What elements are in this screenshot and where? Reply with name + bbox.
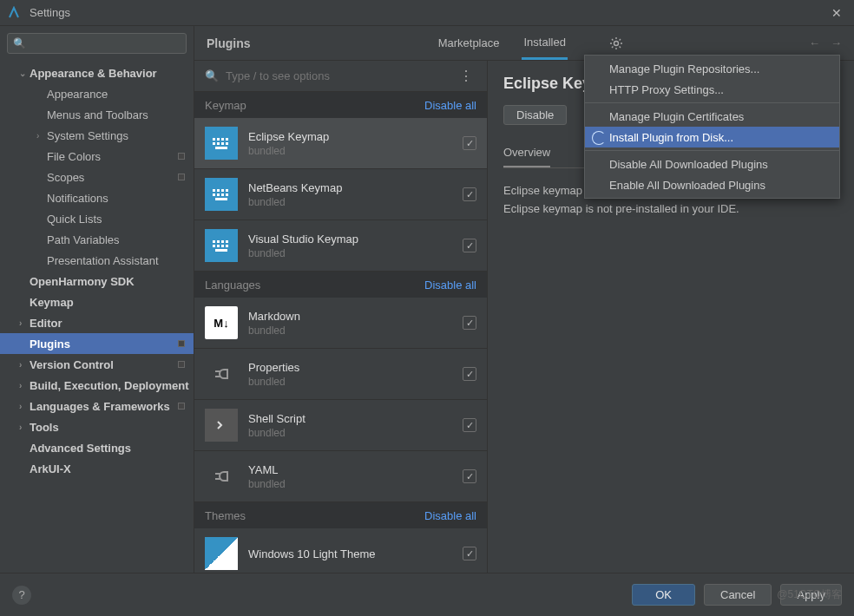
svg-rect-16 bbox=[213, 193, 215, 196]
svg-rect-2 bbox=[213, 138, 215, 141]
plugin-item[interactable]: NetBeans Keymapbundled✓ bbox=[194, 169, 487, 220]
svg-rect-9 bbox=[226, 142, 228, 145]
tab-marketplace[interactable]: Marketplace bbox=[437, 28, 502, 58]
sidebar-search[interactable]: 🔍 bbox=[7, 33, 187, 54]
ok-button[interactable]: OK bbox=[632, 584, 695, 606]
plugin-enable-checkbox[interactable]: ✓ bbox=[463, 187, 476, 201]
sidebar-item[interactable]: File Colors bbox=[0, 146, 194, 167]
plugin-search-more-icon[interactable]: ⋮ bbox=[456, 68, 476, 84]
plugin-item[interactable]: Eclipse Keymapbundled✓ bbox=[194, 118, 487, 169]
plugin-enable-checkbox[interactable]: ✓ bbox=[463, 316, 476, 330]
title-bar: Settings ✕ bbox=[0, 0, 854, 26]
svg-rect-20 bbox=[215, 198, 227, 200]
plugin-subtitle: bundled bbox=[248, 247, 452, 259]
plugin-subtitle: bundled bbox=[248, 478, 452, 490]
sidebar-item-label: File Colors bbox=[47, 150, 101, 163]
sidebar-item[interactable]: ⌄Appearance & Behavior bbox=[0, 62, 194, 83]
plugin-enable-checkbox[interactable]: ✓ bbox=[463, 418, 476, 432]
gear-icon[interactable] bbox=[609, 36, 623, 50]
sidebar-item[interactable]: Path Variables bbox=[0, 229, 194, 250]
sidebar-item-label: Presentation Assistant bbox=[47, 254, 159, 267]
menu-separator bbox=[585, 150, 839, 151]
disable-all-link[interactable]: Disable all bbox=[424, 279, 476, 292]
close-icon[interactable]: ✕ bbox=[826, 4, 847, 22]
sidebar-item-label: ArkUI-X bbox=[30, 462, 71, 475]
plugin-search-input[interactable] bbox=[226, 69, 456, 82]
nav-forward-icon[interactable]: → bbox=[831, 36, 842, 49]
menu-item[interactable]: Disable All Downloaded Plugins bbox=[585, 154, 839, 174]
menu-item[interactable]: Manage Plugin Repositories... bbox=[585, 58, 839, 79]
disable-all-link[interactable]: Disable all bbox=[424, 509, 476, 522]
sidebar-item[interactable]: Plugins bbox=[0, 333, 194, 354]
sidebar-item[interactable]: Advanced Settings bbox=[0, 437, 194, 458]
tab-overview[interactable]: Overview bbox=[503, 141, 550, 167]
plugin-enable-checkbox[interactable]: ✓ bbox=[463, 469, 476, 483]
plugin-subtitle: bundled bbox=[248, 324, 452, 337]
plugin-item[interactable]: Windows 10 Light Theme✓ bbox=[194, 528, 487, 573]
sidebar-item[interactable]: Keymap bbox=[0, 292, 194, 312]
sidebar-item[interactable]: Notifications bbox=[0, 187, 194, 208]
project-badge-icon bbox=[178, 403, 185, 410]
plugin-icon bbox=[205, 537, 238, 570]
svg-rect-29 bbox=[226, 245, 228, 247]
plugin-enable-checkbox[interactable]: ✓ bbox=[463, 239, 476, 252]
sidebar-item-label: OpenHarmony SDK bbox=[30, 275, 135, 288]
menu-item[interactable]: Manage Plugin Certificates bbox=[585, 106, 839, 127]
disable-button[interactable]: Disable bbox=[503, 105, 567, 125]
settings-tree: ⌄Appearance & BehaviorAppearanceMenus an… bbox=[0, 61, 194, 573]
plugin-item[interactable]: Visual Studio Keymapbundled✓ bbox=[194, 220, 487, 272]
disable-all-link[interactable]: Disable all bbox=[424, 99, 476, 112]
svg-rect-23 bbox=[217, 240, 220, 243]
svg-rect-4 bbox=[221, 138, 224, 141]
plugin-enable-checkbox[interactable]: ✓ bbox=[463, 547, 476, 560]
plugin-name: YAML bbox=[248, 463, 452, 476]
help-button[interactable]: ? bbox=[12, 586, 31, 605]
plugin-icon bbox=[205, 409, 238, 442]
sidebar-item[interactable]: Scopes bbox=[0, 167, 194, 187]
plugin-item[interactable]: YAMLbundled✓ bbox=[194, 451, 487, 502]
sidebar-item[interactable]: ›Version Control bbox=[0, 354, 194, 375]
sidebar-item[interactable]: ›Editor bbox=[0, 312, 194, 333]
plugin-enable-checkbox[interactable]: ✓ bbox=[463, 136, 476, 150]
plugin-enable-checkbox[interactable]: ✓ bbox=[463, 367, 476, 381]
sidebar-item[interactable]: ›Languages & Frameworks bbox=[0, 396, 194, 416]
sidebar-item[interactable]: ›Build, Execution, Deployment bbox=[0, 375, 194, 396]
sidebar-item-label: Version Control bbox=[30, 358, 114, 371]
cancel-button[interactable]: Cancel bbox=[704, 584, 772, 606]
project-badge-icon bbox=[178, 153, 185, 160]
plugin-item[interactable]: Propertiesbundled✓ bbox=[194, 349, 487, 400]
sidebar-item[interactable]: ArkUI-X bbox=[0, 458, 194, 479]
nav-back-icon[interactable]: ← bbox=[809, 36, 820, 49]
plugin-name: Markdown bbox=[248, 310, 452, 323]
sidebar-item[interactable]: Menus and Toolbars bbox=[0, 104, 194, 125]
sidebar-item-label: Editor bbox=[30, 317, 62, 330]
sidebar-item[interactable]: Quick Lists bbox=[0, 208, 194, 229]
sidebar-item-label: Quick Lists bbox=[47, 213, 102, 226]
plugin-icon bbox=[205, 460, 238, 493]
svg-rect-27 bbox=[217, 245, 220, 247]
menu-item[interactable]: Enable All Downloaded Plugins bbox=[585, 174, 839, 195]
sidebar-item[interactable]: ›Tools bbox=[0, 416, 194, 437]
svg-rect-17 bbox=[217, 193, 220, 196]
menu-item[interactable]: Install Plugin from Disk... bbox=[585, 127, 839, 147]
sidebar-item[interactable]: Presentation Assistant bbox=[0, 250, 194, 271]
sidebar-item[interactable]: OpenHarmony SDK bbox=[0, 271, 194, 292]
sidebar-item[interactable]: Appearance bbox=[0, 83, 194, 104]
sidebar-item[interactable]: ›System Settings bbox=[0, 125, 194, 146]
sidebar-item-label: System Settings bbox=[47, 129, 128, 142]
apply-button[interactable]: Apply bbox=[780, 584, 842, 606]
plugin-name: Properties bbox=[248, 361, 452, 374]
sidebar-item-label: Languages & Frameworks bbox=[30, 400, 170, 413]
plugin-icon bbox=[205, 178, 238, 211]
sidebar-search-input[interactable] bbox=[30, 37, 181, 49]
app-logo-icon bbox=[7, 6, 21, 20]
plugin-item[interactable]: M↓Markdownbundled✓ bbox=[194, 298, 487, 349]
plugin-icon: M↓ bbox=[205, 306, 238, 339]
menu-item[interactable]: HTTP Proxy Settings... bbox=[585, 79, 839, 100]
tab-installed[interactable]: Installed bbox=[522, 27, 567, 60]
svg-rect-15 bbox=[226, 189, 228, 192]
plugin-item[interactable]: Shell Scriptbundled✓ bbox=[194, 400, 487, 451]
page-title: Plugins bbox=[207, 36, 251, 50]
svg-rect-10 bbox=[215, 147, 227, 149]
plugin-subtitle: bundled bbox=[248, 196, 452, 208]
